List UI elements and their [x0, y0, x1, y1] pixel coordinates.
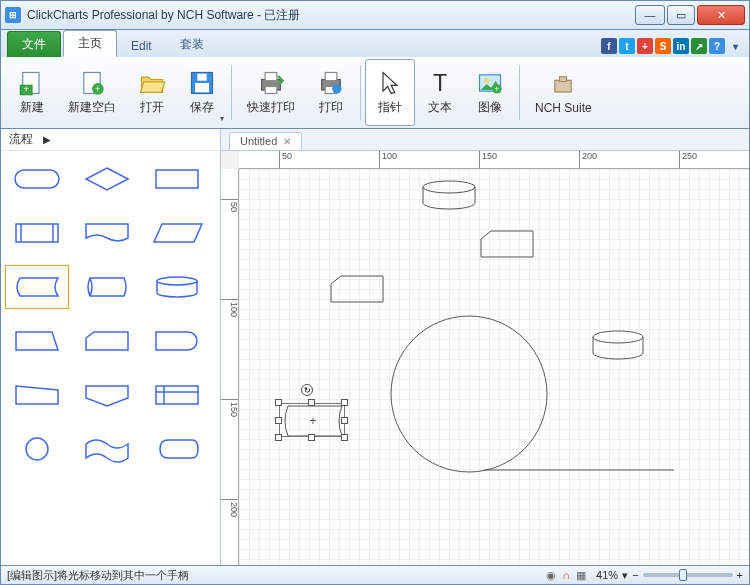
- open-button[interactable]: 打开: [127, 59, 177, 126]
- share-icon[interactable]: ↗: [691, 38, 707, 54]
- google-icon[interactable]: +: [637, 38, 653, 54]
- svg-point-33: [423, 181, 475, 193]
- status-message: [编辑图示]将光标移动到其中一个手柄: [7, 568, 546, 583]
- nchsuite-label: NCH Suite: [535, 101, 592, 115]
- new-button[interactable]: + 新建: [7, 59, 57, 126]
- zoom-out-button[interactable]: −: [632, 569, 638, 581]
- svg-rect-24: [156, 170, 198, 188]
- svg-rect-8: [197, 74, 206, 81]
- print-button[interactable]: 打印: [306, 59, 356, 126]
- svg-rect-29: [156, 386, 198, 404]
- eye-icon[interactable]: ◉: [546, 569, 556, 582]
- shape-internal[interactable]: [145, 373, 209, 417]
- rotate-handle[interactable]: ↻: [301, 384, 313, 396]
- resize-handle[interactable]: [275, 417, 282, 424]
- quickprint-button[interactable]: 快速打印: [236, 59, 306, 126]
- svg-text:+: +: [95, 84, 100, 94]
- close-tab-icon[interactable]: ✕: [283, 136, 291, 147]
- new-label: 新建: [20, 99, 44, 116]
- svg-text:T: T: [433, 70, 447, 96]
- newblank-button[interactable]: + 新建空白: [57, 59, 127, 126]
- shape-card[interactable]: [75, 319, 139, 363]
- minimize-button[interactable]: —: [635, 5, 665, 25]
- svg-point-32: [26, 438, 48, 460]
- shape-offpage[interactable]: [75, 373, 139, 417]
- tab-main[interactable]: 主页: [63, 30, 117, 57]
- svg-rect-21: [555, 80, 571, 92]
- resize-handle[interactable]: [308, 434, 315, 441]
- resize-handle[interactable]: [341, 399, 348, 406]
- canvas-shape-cylinder[interactable]: [419, 179, 479, 213]
- resize-handle[interactable]: [275, 434, 282, 441]
- zoom-slider[interactable]: [643, 573, 733, 577]
- pointer-icon: [376, 69, 404, 97]
- tab-strip: 文件 主页 Edit 套装 f t + S in ↗ ? ▾: [0, 30, 750, 57]
- document-tab-label: Untitled: [240, 135, 277, 147]
- save-dropdown-icon[interactable]: ▾: [220, 114, 224, 123]
- save-button[interactable]: 保存 ▾: [177, 59, 227, 126]
- svg-point-18: [484, 78, 489, 83]
- svg-text:+: +: [495, 85, 500, 94]
- zoom-thumb[interactable]: [679, 569, 687, 581]
- canvas-shape-cylinder[interactable]: [589, 329, 647, 363]
- help-icon[interactable]: ?: [709, 38, 725, 54]
- chevron-right-icon: ▶: [43, 134, 51, 145]
- shape-tape[interactable]: [75, 427, 139, 471]
- shape-delay[interactable]: [145, 319, 209, 363]
- shape-data[interactable]: [145, 211, 209, 255]
- canvas-shape-circle[interactable]: [389, 314, 549, 474]
- ruler-tick: 50: [221, 199, 239, 212]
- document-tab[interactable]: Untitled ✕: [229, 132, 302, 150]
- ruler-tick: 200: [579, 151, 597, 169]
- grid-icon[interactable]: ▦: [576, 569, 586, 582]
- titlebar: ⊞ ClickCharts Professional by NCH Softwa…: [0, 0, 750, 30]
- close-button[interactable]: ✕: [697, 5, 745, 25]
- canvas-shape-card[interactable]: [329, 274, 385, 304]
- shape-storeddata[interactable]: [5, 265, 69, 309]
- resize-handle[interactable]: [341, 434, 348, 441]
- shape-predefined[interactable]: [5, 211, 69, 255]
- zoom-dropdown-icon[interactable]: ▾: [622, 569, 628, 582]
- shape-process[interactable]: [145, 157, 209, 201]
- shape-manualop[interactable]: [5, 319, 69, 363]
- selected-shape[interactable]: +: [279, 403, 345, 437]
- linkedin-icon[interactable]: in: [673, 38, 689, 54]
- canvas-shape-card[interactable]: [479, 229, 535, 259]
- shape-terminator[interactable]: [5, 157, 69, 201]
- svg-rect-25: [16, 224, 58, 242]
- zoom-value: 41%: [596, 569, 618, 581]
- magnet-icon[interactable]: ∩: [562, 569, 570, 581]
- maximize-button[interactable]: ▭: [667, 5, 695, 25]
- tab-suite[interactable]: 套装: [166, 32, 218, 57]
- canvas[interactable]: ↻ +: [239, 169, 749, 565]
- shape-cylinder[interactable]: [145, 265, 209, 309]
- shape-decision[interactable]: [75, 157, 139, 201]
- stumble-icon[interactable]: S: [655, 38, 671, 54]
- shape-connector[interactable]: [5, 427, 69, 471]
- pointer-button[interactable]: 指针: [365, 59, 415, 126]
- shape-document[interactable]: [75, 211, 139, 255]
- twitter-icon[interactable]: t: [619, 38, 635, 54]
- quickprint-icon: [257, 69, 285, 97]
- resize-handle[interactable]: [275, 399, 282, 406]
- tab-file[interactable]: 文件: [7, 31, 61, 57]
- zoom-in-button[interactable]: +: [737, 569, 743, 581]
- svg-text:+: +: [309, 414, 316, 428]
- shape-display[interactable]: [145, 427, 209, 471]
- canvas-shape-line[interactable]: [484, 467, 674, 473]
- image-button[interactable]: + 图像: [465, 59, 515, 126]
- text-button[interactable]: T 文本: [415, 59, 465, 126]
- shape-database[interactable]: [75, 265, 139, 309]
- canvas-area: Untitled ✕ 50 100 150 200 250 50 100 150…: [221, 129, 749, 565]
- resize-handle[interactable]: [341, 417, 348, 424]
- resize-handle[interactable]: [308, 399, 315, 406]
- app-icon: ⊞: [5, 7, 21, 23]
- help-dropdown-icon[interactable]: ▾: [727, 38, 743, 54]
- nchsuite-button[interactable]: NCH Suite: [524, 59, 603, 126]
- svg-point-28: [157, 277, 197, 285]
- shape-manualinput[interactable]: [5, 373, 69, 417]
- facebook-icon[interactable]: f: [601, 38, 617, 54]
- tab-edit[interactable]: Edit: [117, 35, 166, 57]
- palette-header[interactable]: 流程 ▶: [1, 129, 220, 151]
- ruler-vertical: 50 100 150 200: [221, 169, 239, 565]
